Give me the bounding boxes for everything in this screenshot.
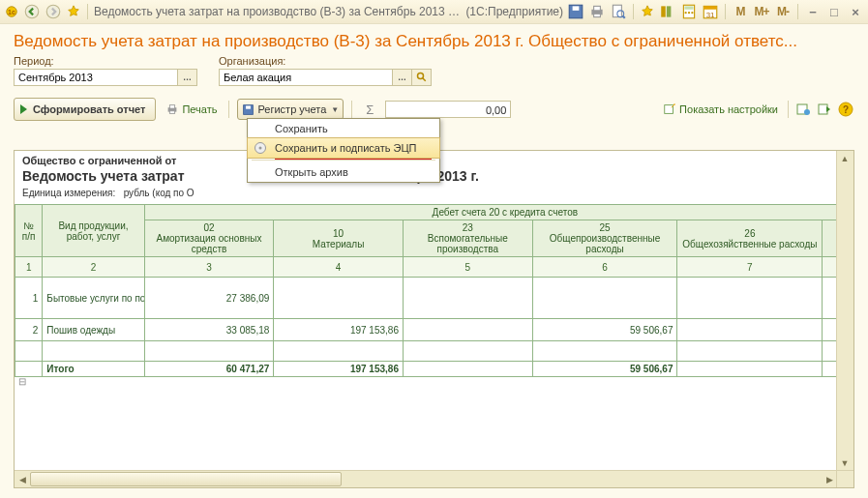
register-dropdown-menu: Сохранить Сохранить и подписать ЭЦП Откр… — [247, 118, 440, 183]
horizontal-scrollbar[interactable]: ◀ ▶ — [15, 470, 837, 487]
title-bar: 1c Ведомость учета затрат на производств… — [0, 0, 868, 24]
svg-rect-25 — [170, 105, 175, 109]
tool-b-icon[interactable] — [816, 101, 833, 118]
save-icon[interactable] — [567, 3, 584, 20]
total-row: Итого 60 471,27 197 153,86 59 506,67 — [15, 362, 838, 377]
svg-rect-26 — [170, 111, 175, 114]
outline-toggle[interactable]: ⊟ — [16, 377, 28, 389]
register-label: Регистр учета — [257, 103, 326, 115]
nav-fwd-icon[interactable] — [45, 3, 62, 20]
th-num: № п/п — [15, 205, 43, 257]
period-label: Период: — [14, 55, 207, 67]
print-button[interactable]: Печать — [162, 101, 221, 118]
org-ellipsis-button[interactable]: … — [393, 69, 412, 86]
dd-open-archive[interactable]: Открыть архив — [248, 162, 439, 182]
links-icon[interactable] — [659, 3, 676, 20]
svg-point-2 — [25, 5, 39, 18]
memory-mplus[interactable]: M+ — [753, 3, 770, 20]
svg-rect-8 — [594, 14, 601, 16]
show-settings-label: Показать настройки — [679, 103, 778, 115]
scroll-corner — [836, 470, 853, 487]
close-button[interactable]: × — [847, 3, 864, 20]
nav-back-icon[interactable] — [23, 3, 41, 20]
preview-icon[interactable] — [610, 3, 627, 20]
th-c26: 26 Общехозяйственные расходы — [677, 220, 823, 257]
minimize-button[interactable]: − — [804, 3, 822, 20]
dd-save-sign[interactable]: Сохранить и подписать ЭЦП — [247, 137, 440, 159]
filter-fields: Период: … Организация: … — [0, 55, 868, 94]
svg-rect-32 — [819, 104, 827, 114]
th-c10: 10 Материалы — [274, 220, 404, 257]
report-area: Общество с ограниченной от Ведомость уче… — [14, 150, 854, 488]
chevron-down-icon: ▼ — [331, 105, 339, 114]
maximize-button[interactable]: □ — [825, 3, 843, 20]
dd-save[interactable]: Сохранить — [248, 119, 439, 138]
svg-point-17 — [688, 12, 690, 14]
document-title: Ведомость учета затрат на производство (… — [0, 24, 868, 55]
svg-rect-28 — [247, 105, 252, 108]
svg-point-22 — [417, 73, 423, 79]
svg-line-23 — [422, 78, 425, 81]
svg-rect-20 — [703, 6, 717, 9]
sigma-label: Σ — [360, 103, 379, 117]
th-c25: 25 Общепроизводственные расходы — [532, 220, 677, 257]
app-logo-icon: 1c — [4, 4, 19, 19]
org-input[interactable] — [219, 69, 393, 86]
svg-point-36 — [259, 147, 262, 150]
svg-text:?: ? — [843, 104, 849, 115]
memory-m[interactable]: M — [732, 3, 749, 20]
th-stub: с ст р — [823, 220, 837, 257]
memory-mminus[interactable]: M- — [774, 3, 792, 20]
svg-point-16 — [685, 12, 687, 14]
svg-rect-7 — [594, 6, 601, 11]
svg-rect-5 — [573, 6, 580, 11]
colnum-row: 1 2 3 4 5 6 7 — [15, 257, 838, 278]
window-title: Ведомость учета затрат на производство (… — [94, 5, 460, 18]
register-dropdown-button[interactable]: Регистр учета ▼ — [237, 99, 344, 120]
svg-rect-13 — [667, 6, 672, 16]
th-c02: 02 Амортизация основных средств — [144, 220, 274, 257]
svg-point-3 — [46, 5, 60, 18]
table-row[interactable]: 1 Бытовые услуги по пошиву одежды 27 386… — [15, 278, 838, 319]
report-toolbar: Сформировать отчет Печать Регистр учета … — [0, 94, 868, 125]
th-debit: Дебет счета 20 с кредита счетов — [144, 205, 837, 220]
period-ellipsis-button[interactable]: … — [178, 69, 197, 86]
form-report-button[interactable]: Сформировать отчет — [14, 98, 156, 121]
org-label: Организация: — [219, 55, 441, 67]
svg-text:1c: 1c — [8, 9, 15, 15]
svg-rect-12 — [661, 6, 666, 16]
th-c23: 23 Вспомогательные производства — [403, 220, 532, 257]
star2-icon[interactable] — [640, 4, 655, 19]
calc-icon[interactable] — [680, 3, 698, 20]
print-icon[interactable] — [588, 3, 606, 20]
window-suffix: (1С:Предприятие) — [465, 5, 563, 18]
content-area: Ведомость учета затрат на производство (… — [0, 23, 868, 498]
svg-point-18 — [691, 12, 693, 14]
show-settings-button[interactable]: Показать настройки — [659, 101, 782, 118]
form-report-label: Сформировать отчет — [33, 103, 145, 115]
unit-row: Единица измерения: рубль (код по О — [15, 186, 837, 204]
calendar-icon[interactable]: 31 — [702, 3, 719, 20]
print-label: Печать — [182, 103, 217, 115]
svg-line-11 — [623, 16, 625, 18]
svg-text:31: 31 — [706, 11, 715, 19]
svg-point-31 — [804, 109, 810, 115]
table-row[interactable]: 2 Пошив одежды 33 085,18 197 153,86 59 5… — [15, 319, 838, 341]
star-icon[interactable] — [66, 4, 81, 19]
sum-display: 0,00 — [385, 101, 511, 118]
help-icon[interactable]: ? — [837, 101, 854, 118]
vertical-scrollbar[interactable]: ▲ ▼ — [836, 151, 853, 471]
org-search-button[interactable] — [412, 69, 432, 86]
svg-rect-29 — [665, 105, 673, 114]
tool-a-icon[interactable] — [794, 101, 812, 118]
disc-icon — [254, 141, 267, 155]
play-icon — [20, 104, 27, 114]
period-input[interactable] — [14, 69, 178, 86]
svg-rect-15 — [685, 6, 694, 9]
report-table: № п/п Вид продукции, работ, услуг Дебет … — [15, 204, 837, 420]
th-name: Вид продукции, работ, услуг — [43, 205, 144, 257]
empty-row — [15, 341, 838, 362]
